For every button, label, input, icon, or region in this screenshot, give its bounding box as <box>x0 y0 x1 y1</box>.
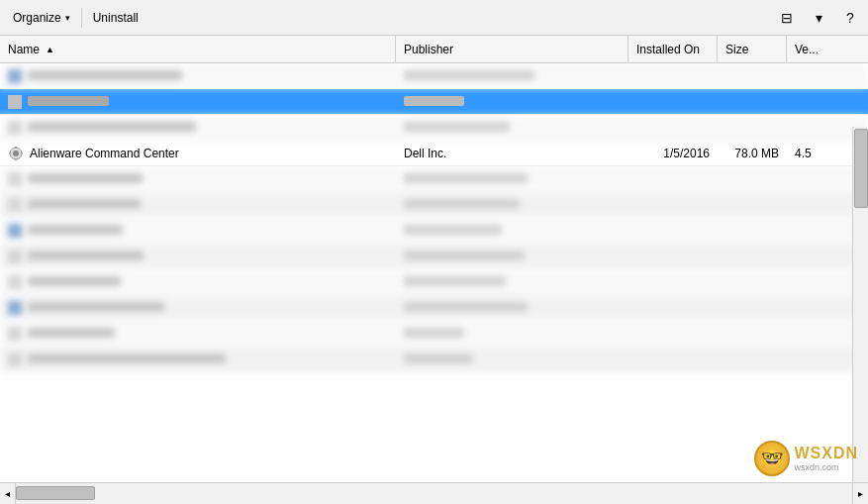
h-scroll-left-button[interactable]: ◂ <box>0 483 16 504</box>
view-icon: ⊟ <box>781 10 793 26</box>
col-version-header[interactable]: Ve... <box>787 36 868 62</box>
blur-icon <box>8 121 22 135</box>
list-row-5[interactable] <box>0 192 868 218</box>
row-name-cell <box>0 172 396 186</box>
view-dropdown-chevron: ▾ <box>816 10 822 26</box>
list-area: Alienware Command CenterDell Inc.1/5/201… <box>0 63 868 482</box>
col-installed-on-header[interactable]: Installed On <box>628 36 718 62</box>
row-name-cell: Alienware Command Center <box>0 146 396 161</box>
row-name-cell <box>0 69 396 83</box>
row-publisher-cell <box>396 95 628 109</box>
row-name-cell <box>0 250 396 263</box>
toolbar: Organize ▾ Uninstall ⊟ ▾ ? <box>0 0 868 36</box>
list-row-7[interactable] <box>0 244 868 269</box>
row-name-text <box>28 224 123 238</box>
h-scroll-right-button[interactable]: ▸ <box>852 483 868 504</box>
blur-icon <box>8 224 22 238</box>
watermark-subtitle: wsxdn.com <box>794 462 858 472</box>
view-button[interactable]: ⊟ <box>773 4 801 32</box>
row-name-text <box>28 121 196 135</box>
row-name-cell <box>0 198 396 212</box>
row-name-cell <box>0 121 396 135</box>
watermark: 🤓 WSXDN wsxdn.com <box>754 441 858 476</box>
uninstall-button[interactable]: Uninstall <box>84 6 147 30</box>
row-name-text <box>28 172 143 186</box>
app-icon <box>8 146 24 161</box>
col-size-header[interactable]: Size <box>718 36 787 62</box>
organize-chevron: ▾ <box>65 13 70 23</box>
row-name-text <box>28 327 115 341</box>
col-name-header[interactable]: Name ▲ <box>0 36 396 62</box>
row-name-text <box>28 198 141 212</box>
row-name-cell <box>0 275 396 289</box>
uninstall-label: Uninstall <box>93 11 139 25</box>
row-publisher-cell <box>396 353 628 366</box>
row-publisher-cell <box>396 198 628 212</box>
blur-icon <box>8 172 22 186</box>
help-button[interactable]: ? <box>836 4 864 32</box>
list-row-9[interactable] <box>0 295 868 321</box>
row-publisher-cell <box>396 69 628 83</box>
list-row-1[interactable] <box>0 89 868 115</box>
list-row-8[interactable] <box>0 269 868 295</box>
row-publisher-cell <box>396 250 628 263</box>
list-row-3[interactable]: Alienware Command CenterDell Inc.1/5/201… <box>0 141 868 166</box>
sort-indicator: ▲ <box>46 45 54 54</box>
column-header: Name ▲ Publisher Installed On Size Ve... <box>0 36 868 63</box>
toolbar-right: ⊟ ▾ ? <box>773 4 864 32</box>
row-publisher-cell <box>396 121 628 135</box>
list-row-10[interactable] <box>0 321 868 347</box>
svg-point-1 <box>13 151 19 156</box>
row-name-text <box>28 95 109 109</box>
row-name-text <box>28 275 121 289</box>
blur-icon <box>8 301 22 315</box>
list-row-11[interactable] <box>0 347 868 372</box>
col-name-label: Name <box>8 43 40 56</box>
right-arrow-icon: ▸ <box>858 488 863 499</box>
list-row-0[interactable] <box>0 63 868 89</box>
scrollbar-thumb[interactable] <box>854 129 868 208</box>
row-name-cell <box>0 327 396 341</box>
blur-icon <box>8 275 22 289</box>
row-publisher-cell <box>396 172 628 186</box>
vertical-scrollbar[interactable] <box>852 127 868 482</box>
toolbar-separator <box>81 8 82 28</box>
organize-button[interactable]: Organize ▾ <box>4 6 79 30</box>
row-name-cell <box>0 301 396 315</box>
row-publisher-cell <box>396 275 628 289</box>
list-row-2[interactable] <box>0 115 868 141</box>
list-row-6[interactable] <box>0 218 868 244</box>
blur-icon <box>8 69 22 83</box>
col-installed-on-label: Installed On <box>636 43 700 56</box>
row-name-text: Alienware Command Center <box>30 147 179 160</box>
row-publisher-cell <box>396 224 628 238</box>
blur-icon <box>8 353 22 366</box>
col-size-label: Size <box>725 43 748 56</box>
row-size-cell: 78.0 MB <box>718 147 787 160</box>
row-name-text <box>28 69 182 83</box>
row-publisher-cell <box>396 327 628 341</box>
col-publisher-header[interactable]: Publisher <box>396 36 628 62</box>
blur-icon <box>8 95 22 109</box>
row-name-cell <box>0 95 396 109</box>
row-name-cell <box>0 224 396 238</box>
view-dropdown-button[interactable]: ▾ <box>805 4 832 32</box>
col-version-label: Ve... <box>795 43 819 56</box>
h-scroll-thumb[interactable] <box>16 486 95 500</box>
blur-icon <box>8 198 22 212</box>
watermark-icon: 🤓 <box>754 441 790 476</box>
row-name-text <box>28 301 164 315</box>
row-name-text <box>28 353 226 366</box>
row-name-cell <box>0 353 396 366</box>
bottom-scrollbar: ◂ ▸ <box>0 482 868 504</box>
help-icon: ? <box>846 10 854 26</box>
watermark-emoji: 🤓 <box>761 448 783 469</box>
watermark-text-block: WSXDN wsxdn.com <box>794 445 858 472</box>
h-scroll-track[interactable] <box>16 483 852 504</box>
blur-icon <box>8 327 22 341</box>
row-name-text <box>28 250 144 263</box>
list-row-4[interactable] <box>0 166 868 192</box>
left-arrow-icon: ◂ <box>5 488 10 499</box>
row-installed-on-cell: 1/5/2016 <box>628 147 718 160</box>
watermark-title: WSXDN <box>794 445 858 462</box>
